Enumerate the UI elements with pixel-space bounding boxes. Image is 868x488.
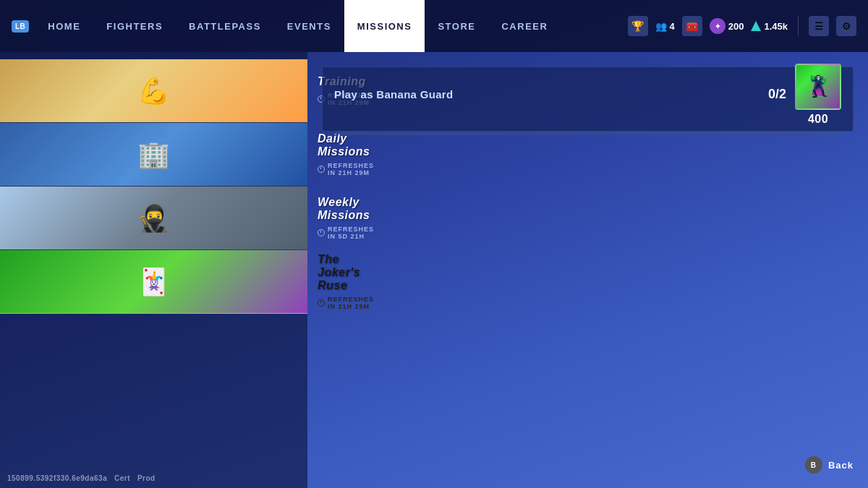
reward-amount: 400 xyxy=(808,113,828,126)
weekly-emoji: 🥷 xyxy=(137,203,170,234)
top-nav: LB HOME FIGHTERS BATTLEPASS EVENTS MISSI… xyxy=(0,0,868,52)
thumb-daily: 🏢 xyxy=(0,123,307,186)
teal-currency-icon xyxy=(751,21,761,31)
version-info: 150899.5392f330.6e9da63a Cert Prod xyxy=(7,474,156,482)
task-progress-text: 0/2 xyxy=(743,87,786,102)
sidebar: 💪 Training REFRESHES IN 21h 29m 🏢 Daily … xyxy=(0,52,307,488)
mission-card-joker[interactable]: 🃏 The Joker's Ruse REFRESHES IN 21h 29m xyxy=(0,250,307,314)
back-button[interactable]: B Back xyxy=(805,456,854,474)
lb-badge: LB xyxy=(12,20,29,33)
task-top-row: Play as Banana Guard 0/2 🦹 400 xyxy=(334,64,841,126)
teal-currency-value: 1.45k xyxy=(764,21,788,32)
thumb-training: 💪 xyxy=(0,59,307,122)
reward-thumbnail: 🦹 xyxy=(795,64,841,110)
task-label: Play as Banana Guard xyxy=(334,88,743,100)
back-badge: B xyxy=(805,456,822,474)
party-icon: 👥 xyxy=(655,21,667,32)
thumb-joker: 🃏 xyxy=(0,250,307,313)
nav-events[interactable]: EVENTS xyxy=(274,0,344,52)
reward-emoji: 🦹 xyxy=(806,74,831,98)
inbox-button[interactable]: ☰ xyxy=(809,16,829,36)
nav-chest: 🧰 xyxy=(682,16,702,36)
nav-currency-teal: 1.45k xyxy=(751,21,788,32)
nav-home[interactable]: HOME xyxy=(35,0,93,52)
nav-currency-purple: ✦ 200 xyxy=(710,18,744,34)
purple-currency-icon: ✦ xyxy=(710,18,726,34)
task-reward-area: 🦹 400 xyxy=(795,64,841,126)
mission-card-daily[interactable]: 🏢 Daily Missions REFRESHES IN 21h 29m xyxy=(0,123,307,187)
daily-emoji: 🏢 xyxy=(137,140,170,170)
back-label: Back xyxy=(828,460,854,471)
right-panel: Play as Banana Guard 0/2 🦹 400 B Back xyxy=(307,52,868,488)
env-label: Prod xyxy=(137,474,156,482)
mission-card-training[interactable]: 💪 Training REFRESHES IN 21h 29m xyxy=(0,59,307,123)
version-number: 150899.5392f330.6e9da63a xyxy=(7,474,107,482)
mission-task: Play as Banana Guard 0/2 🦹 400 xyxy=(322,67,854,132)
training-emoji: 💪 xyxy=(137,76,170,106)
thumb-weekly: 🥷 xyxy=(0,187,307,249)
nav-missions[interactable]: MISSIONS xyxy=(344,0,425,52)
nav-divider xyxy=(798,16,799,36)
nav-fighters[interactable]: FIGHTERS xyxy=(93,0,176,52)
nav-left: LB xyxy=(12,20,29,33)
mission-card-weekly[interactable]: 🥷 Weekly Missions REFRESHES IN 5d 21h xyxy=(0,187,307,250)
joker-emoji: 🃏 xyxy=(137,267,170,297)
nav-right: 🏆 👥 4 🧰 ✦ 200 1.45k ☰ ⚙ xyxy=(628,16,856,36)
nav-store[interactable]: STORE xyxy=(425,0,488,52)
task-progress-bar xyxy=(334,132,841,135)
nav-party: 👥 4 xyxy=(655,21,675,32)
nav-career[interactable]: CAREER xyxy=(488,0,561,52)
cert-label: Cert xyxy=(114,474,130,482)
main-content: 💪 Training REFRESHES IN 21h 29m 🏢 Daily … xyxy=(0,52,868,488)
party-count: 4 xyxy=(670,21,675,32)
settings-button[interactable]: ⚙ xyxy=(836,16,856,36)
task-inner: Play as Banana Guard 0/2 🦹 400 xyxy=(334,64,841,135)
toast-icon: 🏆 xyxy=(628,16,648,36)
purple-currency-value: 200 xyxy=(728,21,744,32)
nav-battlepass[interactable]: BATTLEPASS xyxy=(176,0,274,52)
nav-items: HOME FIGHTERS BATTLEPASS EVENTS MISSIONS… xyxy=(35,0,561,52)
nav-toast: 🏆 xyxy=(628,16,648,36)
chest-icon: 🧰 xyxy=(682,16,702,36)
